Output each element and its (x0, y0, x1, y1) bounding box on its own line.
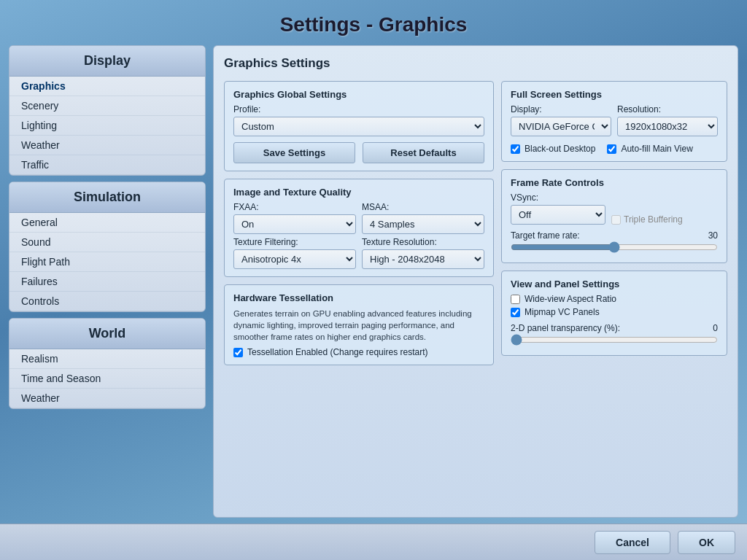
transparency-row: 2-D panel transparency (%): 0 (511, 323, 718, 333)
vsync-row: Off On Triple Buffering (511, 205, 718, 225)
autofill-label: Auto-fill Main View (621, 144, 692, 154)
sidebar-item-realism[interactable]: Realism (9, 349, 205, 369)
display-group: Display: NVIDIA GeForce G (511, 104, 611, 136)
sidebar-item-controls[interactable]: Controls (9, 292, 205, 311)
target-frame-rate-row: Target frame rate: 30 (511, 230, 718, 241)
vsync-label: VSync: (511, 192, 718, 203)
sidebar-simulation-section: Simulation General Sound Flight Path Fai… (9, 182, 206, 312)
fxaa-select[interactable]: On Off (233, 214, 356, 234)
cancel-button[interactable]: Cancel (595, 531, 670, 554)
left-column: Graphics Global Settings Profile: Custom… (224, 81, 494, 507)
sidebar: Display Graphics Scenery Lighting Weathe… (9, 45, 206, 518)
image-texture-panel: Image and Texture Quality FXAA: On Off M… (224, 179, 494, 277)
sidebar-item-time-season[interactable]: Time and Season (9, 369, 205, 389)
mipmap-row: Mipmap VC Panels (511, 307, 718, 317)
sidebar-item-lighting[interactable]: Lighting (9, 116, 205, 136)
texture-resolution-label: Texture Resolution: (362, 237, 484, 247)
texture-resolution-select[interactable]: Low - 512x512 Medium - 1024x1024 High - … (362, 249, 484, 269)
sidebar-world-section: World Realism Time and Season Weather (9, 318, 206, 409)
msaa-group: MSAA: Off 2 Samples 4 Samples 8 Samples (362, 202, 484, 234)
transparency-value: 0 (713, 323, 718, 333)
wide-view-row: Wide-view Aspect Ratio (511, 294, 718, 304)
bottom-bar: Cancel OK (0, 524, 747, 560)
profile-label: Profile: (233, 104, 484, 114)
sidebar-display-section: Display Graphics Scenery Lighting Weathe… (9, 45, 206, 176)
tessellation-panel: Hardware Tessellation Generates terrain … (224, 284, 494, 365)
tessellation-description: Generates terrain on GPU enabling advanc… (233, 308, 484, 343)
resolution-label: Resolution: (617, 104, 718, 114)
frame-rate-panel: Frame Rate Controls VSync: Off On Triple… (501, 169, 727, 263)
sidebar-display-header: Display (9, 46, 205, 77)
content-title: Graphics Settings (224, 56, 727, 71)
triple-buffering-label: Triple Buffering (624, 214, 683, 225)
fxaa-group: FXAA: On Off (233, 202, 356, 234)
reset-defaults-button[interactable]: Reset Defaults (363, 142, 484, 163)
target-frame-rate-label: Target frame rate: (511, 230, 580, 241)
main-container: Display Graphics Scenery Lighting Weathe… (0, 45, 747, 518)
sidebar-item-scenery[interactable]: Scenery (9, 96, 205, 116)
texture-filtering-group: Texture Filtering: Bilinear Trilinear An… (233, 237, 356, 269)
display-label: Display: (511, 104, 611, 114)
sidebar-item-graphics[interactable]: Graphics (9, 77, 205, 96)
blackout-checkbox[interactable] (511, 144, 520, 154)
target-frame-rate-value: 30 (708, 230, 718, 241)
ok-button[interactable]: OK (678, 531, 735, 554)
sidebar-item-sound[interactable]: Sound (9, 233, 205, 252)
display-select[interactable]: NVIDIA GeForce G (511, 117, 611, 136)
settings-buttons: Save Settings Reset Defaults (233, 142, 484, 163)
view-panel: View and Panel Settings Wide-view Aspect… (501, 271, 727, 356)
fxaa-msaa-row: FXAA: On Off MSAA: Off 2 Samples 4 (233, 202, 484, 234)
target-frame-rate-slider[interactable] (511, 242, 718, 252)
content-row: Graphics Global Settings Profile: Custom… (224, 81, 727, 507)
sidebar-item-weather-display[interactable]: Weather (9, 136, 205, 155)
texture-row: Texture Filtering: Bilinear Trilinear An… (233, 237, 484, 269)
triple-buffering-checkbox[interactable] (611, 215, 621, 225)
profile-select[interactable]: Custom Low Medium High Ultra High (233, 117, 484, 136)
autofill-checkbox[interactable] (607, 144, 616, 154)
tessellation-checkbox-label: Tessellation Enabled (Change requires re… (247, 347, 427, 357)
resolution-select[interactable]: 1920x1080x32 1280x720x32 1024x768x32 (617, 117, 718, 136)
image-texture-label: Image and Texture Quality (233, 187, 484, 198)
right-column: Full Screen Settings Display: NVIDIA GeF… (501, 81, 727, 507)
texture-filtering-label: Texture Filtering: (233, 237, 356, 247)
vsync-select[interactable]: Off On (511, 205, 605, 225)
tessellation-checkbox[interactable] (233, 348, 243, 357)
blackout-label: Black-out Desktop (525, 144, 595, 154)
save-settings-button[interactable]: Save Settings (233, 142, 355, 163)
sidebar-item-weather-world[interactable]: Weather (9, 389, 205, 408)
sidebar-world-header: World (9, 319, 205, 349)
sidebar-simulation-header: Simulation (9, 182, 205, 213)
transparency-label: 2-D panel transparency (%): (511, 323, 620, 333)
global-settings-label: Graphics Global Settings (233, 89, 484, 100)
tessellation-label: Hardware Tessellation (233, 292, 484, 303)
sidebar-item-failures[interactable]: Failures (9, 272, 205, 292)
sidebar-item-traffic[interactable]: Traffic (9, 155, 205, 175)
tessellation-checkbox-row: Tessellation Enabled (Change requires re… (233, 347, 484, 357)
mipmap-label: Mipmap VC Panels (525, 307, 600, 317)
global-settings-panel: Graphics Global Settings Profile: Custom… (224, 81, 494, 171)
display-resolution-row: Display: NVIDIA GeForce G Resolution: 19… (511, 104, 718, 136)
frame-rate-label: Frame Rate Controls (511, 177, 718, 188)
resolution-group: Resolution: 1920x1080x32 1280x720x32 102… (617, 104, 718, 136)
autofill-row: Auto-fill Main View (607, 144, 692, 154)
texture-resolution-group: Texture Resolution: Low - 512x512 Medium… (362, 237, 484, 269)
sidebar-item-flight-path[interactable]: Flight Path (9, 252, 205, 272)
blackout-row: Black-out Desktop (511, 144, 595, 154)
transparency-slider[interactable] (511, 335, 718, 345)
sidebar-item-general[interactable]: General (9, 213, 205, 233)
triple-buffering-group: Triple Buffering (611, 214, 683, 225)
fxaa-label: FXAA: (233, 202, 356, 212)
page-title: Settings - Graphics (0, 0, 747, 45)
mipmap-checkbox[interactable] (511, 308, 520, 317)
screen-options-row: Black-out Desktop Auto-fill Main View (511, 141, 718, 154)
fullscreen-panel: Full Screen Settings Display: NVIDIA GeF… (501, 81, 727, 162)
wide-view-label: Wide-view Aspect Ratio (525, 294, 616, 304)
view-panel-label: View and Panel Settings (511, 279, 718, 289)
wide-view-checkbox[interactable] (511, 295, 520, 304)
msaa-select[interactable]: Off 2 Samples 4 Samples 8 Samples (362, 214, 484, 234)
fullscreen-label: Full Screen Settings (511, 89, 718, 100)
texture-filtering-select[interactable]: Bilinear Trilinear Anisotropic 4x Anisot… (233, 249, 356, 269)
content-area: Graphics Settings Graphics Global Settin… (213, 45, 738, 518)
msaa-label: MSAA: (362, 202, 484, 212)
